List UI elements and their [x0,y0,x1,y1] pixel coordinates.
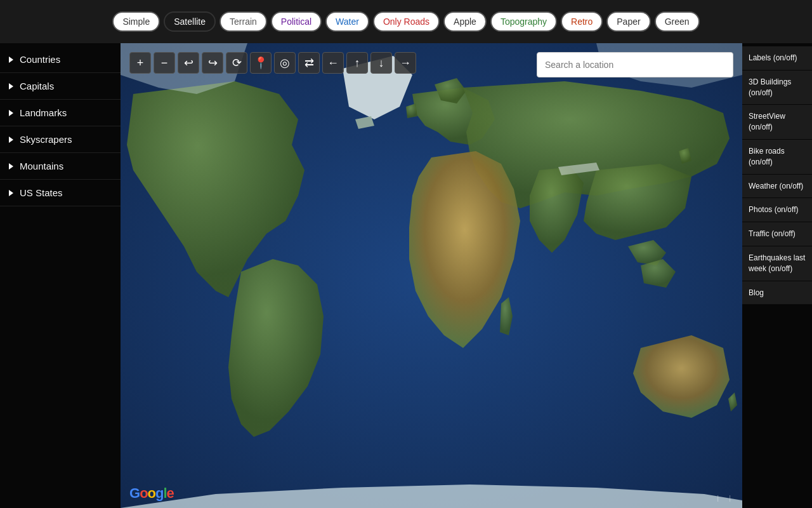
sidebar-item-us-states[interactable]: US States [0,180,121,206]
map-style-paper-button[interactable]: Paper [606,11,650,32]
sidebar-item-label: Mountains [20,161,63,171]
main-area: CountriesCapitalsLandmarksSkyscrapersMou… [0,43,812,508]
map-area[interactable]: + − ↩ ↪ ⟳ 📍 ◎ ⇄ ← ↑ ↓ → Google | | [121,43,742,508]
sidebar-item-label: Landmarks [20,107,67,118]
google-logo: Google [129,485,174,502]
top-bar: SimpleSatelliteTerrainPoliticalWaterOnly… [0,0,812,43]
chevron-right-icon [9,163,13,170]
map-style-simple-button[interactable]: Simple [112,11,160,32]
pan-down-button[interactable]: ↓ [370,52,392,74]
pin-button[interactable]: 📍 [250,52,272,74]
chevron-right-icon [9,137,13,143]
map-style-topography-button[interactable]: Topography [490,11,557,32]
redo-button[interactable]: ↪ [202,52,223,74]
shuffle-button[interactable]: ⇄ [298,52,320,74]
sidebar-item-capitals[interactable]: Capitals [0,73,121,100]
right-panel-labels[interactable]: Labels (on/off) [742,46,812,70]
map-style-apple-button[interactable]: Apple [443,11,487,32]
pan-right-button[interactable]: → [395,52,416,74]
right-panel-photos[interactable]: Photos (on/off) [742,198,812,222]
locate-button[interactable]: ◎ [274,52,296,74]
right-panel-3d-buildings[interactable]: 3D Buildings (on/off) [742,70,812,105]
chevron-right-icon [9,57,13,63]
right-panel-earthquakes[interactable]: Earthquakes last week (on/off) [742,246,812,281]
search-input[interactable] [537,52,733,77]
zoom-in-button[interactable]: + [129,52,151,74]
chevron-right-icon [9,83,13,90]
zoom-out-button[interactable]: − [154,52,175,74]
pan-left-button[interactable]: ← [322,52,344,74]
right-panel-traffic[interactable]: Traffic (on/off) [742,222,812,246]
sidebar-item-mountains[interactable]: Mountains [0,153,121,180]
right-panel-blog[interactable]: Blog [742,281,812,305]
map-style-green-button[interactable]: Green [655,11,700,32]
map-style-retro-button[interactable]: Retro [561,11,603,32]
sidebar: CountriesCapitalsLandmarksSkyscrapersMou… [0,43,121,508]
map-style-terrain-button[interactable]: Terrain [219,11,267,32]
sidebar-item-label: Capitals [20,81,54,91]
right-panel-weather[interactable]: Weather (on/off) [742,175,812,198]
map-style-political-button[interactable]: Political [271,11,322,32]
sidebar-item-landmarks[interactable]: Landmarks [0,100,121,126]
right-panel: Labels (on/off)3D Buildings (on/off)Stre… [742,43,812,508]
chevron-right-icon [9,190,13,196]
map-style-only-roads-button[interactable]: Only Roads [373,11,440,32]
right-panel-streetview[interactable]: StreetView (on/off) [742,105,812,139]
refresh-button[interactable]: ⟳ [226,52,247,74]
footer-attribution: | | [712,494,736,502]
chevron-right-icon [9,110,13,116]
map-controls: + − ↩ ↪ ⟳ 📍 ◎ ⇄ ← ↑ ↓ → [129,52,416,74]
sidebar-item-skyscrapers[interactable]: Skyscrapers [0,126,121,153]
right-panel-bike-roads[interactable]: Bike roads (on/off) [742,140,812,174]
search-box [537,52,733,77]
sidebar-item-label: US States [20,187,63,198]
sidebar-item-label: Countries [20,54,60,65]
pan-up-button[interactable]: ↑ [346,52,368,74]
map-style-water-button[interactable]: Water [325,11,369,32]
sidebar-item-countries[interactable]: Countries [0,46,121,73]
map-style-satellite-button[interactable]: Satellite [164,11,216,32]
undo-button[interactable]: ↩ [178,52,199,74]
sidebar-item-label: Skyscrapers [20,134,72,145]
